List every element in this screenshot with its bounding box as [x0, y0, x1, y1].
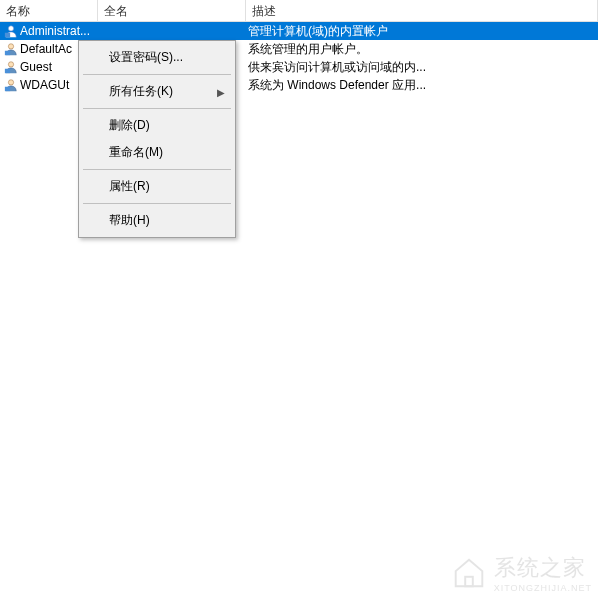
user-icon [4, 24, 18, 38]
svg-rect-8 [465, 577, 473, 587]
context-menu: 设置密码(S)... 所有任务(K) ▶ 删除(D) 重命名(M) 属性(R) … [78, 40, 236, 238]
house-icon [450, 554, 488, 592]
user-fullname-cell [98, 30, 246, 32]
svg-point-0 [8, 26, 13, 31]
svg-point-2 [8, 44, 13, 49]
column-header-name[interactable]: 名称 [0, 0, 98, 21]
menu-separator [83, 203, 231, 204]
menu-properties[interactable]: 属性(R) [81, 173, 233, 200]
menu-set-password[interactable]: 设置密码(S)... [81, 44, 233, 71]
menu-separator [83, 108, 231, 109]
user-icon [4, 42, 18, 56]
column-header-row: 名称 全名 描述 [0, 0, 598, 22]
svg-rect-7 [5, 87, 10, 91]
svg-point-6 [8, 80, 13, 85]
svg-rect-3 [5, 51, 10, 55]
user-name-text: Guest [20, 60, 52, 74]
user-desc-cell: 管理计算机(域)的内置帐户 [246, 22, 598, 41]
user-icon [4, 60, 18, 74]
menu-all-tasks-label: 所有任务(K) [109, 84, 173, 98]
user-desc-cell: 系统管理的用户帐户。 [246, 40, 598, 59]
menu-rename[interactable]: 重命名(M) [81, 139, 233, 166]
user-row-administrator[interactable]: Administrat... 管理计算机(域)的内置帐户 [0, 22, 598, 40]
user-desc-cell: 供来宾访问计算机或访问域的内... [246, 58, 598, 77]
menu-delete[interactable]: 删除(D) [81, 112, 233, 139]
watermark-text-group: 系统之家 XITONGZHIJIA.NET [494, 553, 592, 593]
menu-separator [83, 169, 231, 170]
user-name-cell: Administrat... [0, 23, 98, 39]
svg-rect-1 [5, 33, 10, 37]
user-name-text: WDAGUt [20, 78, 69, 92]
menu-all-tasks[interactable]: 所有任务(K) ▶ [81, 78, 233, 105]
user-name-text: Administrat... [20, 24, 90, 38]
watermark: 系统之家 XITONGZHIJIA.NET [450, 553, 592, 593]
watermark-title: 系统之家 [494, 553, 592, 583]
menu-separator [83, 74, 231, 75]
user-name-text: DefaultAc [20, 42, 72, 56]
watermark-subtitle: XITONGZHIJIA.NET [494, 583, 592, 593]
column-header-fullname[interactable]: 全名 [98, 0, 246, 21]
svg-point-4 [8, 62, 13, 67]
svg-rect-5 [5, 69, 10, 73]
user-icon [4, 78, 18, 92]
user-desc-cell: 系统为 Windows Defender 应用... [246, 76, 598, 95]
column-header-desc[interactable]: 描述 [246, 0, 598, 21]
chevron-right-icon: ▶ [217, 86, 225, 97]
menu-help[interactable]: 帮助(H) [81, 207, 233, 234]
